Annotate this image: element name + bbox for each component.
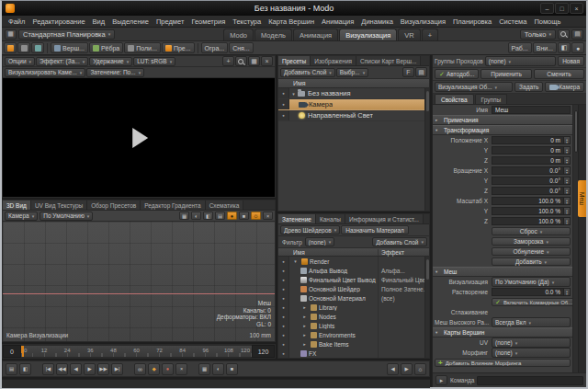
viewport-canvas[interactable]: Камера Визуализации Меш Каналы: 0 Деформ…: [3, 222, 275, 341]
spinner-icon[interactable]: [564, 166, 571, 175]
goto-end-button[interactable]: [111, 363, 123, 375]
tab-3d-view[interactable]: 3D Вид: [3, 200, 31, 210]
layer-effect[interactable]: [378, 257, 429, 266]
layer-name[interactable]: Основной Шейдер: [309, 286, 360, 292]
visibility-eye-icon[interactable]: [278, 339, 289, 349]
menu-layout[interactable]: Планировка: [449, 17, 495, 26]
tab-gradient-editor[interactable]: Редактор Градиента: [141, 200, 205, 210]
apply-button[interactable]: Применить: [481, 69, 531, 79]
layer-effect[interactable]: [378, 349, 429, 358]
visibility-eye-icon[interactable]: [278, 284, 289, 293]
visibility-eye-icon[interactable]: [278, 293, 289, 303]
tab-presets[interactable]: Пресеты: [278, 56, 311, 65]
spinner-icon[interactable]: [564, 177, 571, 185]
menu-help[interactable]: Помощь: [530, 17, 564, 26]
timeline-ruler[interactable]: 0 12 24 36 48 60 72 84 96 108 120: [21, 345, 252, 358]
timeline-scroll-right[interactable]: [401, 363, 413, 375]
vertex-maps-section[interactable]: Карты Вершин: [433, 327, 572, 338]
spinner-icon[interactable]: [564, 207, 571, 215]
tab-preset-browser[interactable]: Обзор Пресетов: [87, 200, 141, 210]
viewport-camera-dropdown[interactable]: Камера: [5, 212, 38, 221]
set-button[interactable]: Задать: [514, 82, 543, 92]
spinner-icon[interactable]: [564, 136, 571, 144]
layer-effect[interactable]: [378, 312, 429, 321]
visibility-eye-icon[interactable]: [278, 321, 289, 330]
rotation-z-field[interactable]: 0.0°: [492, 187, 564, 195]
command-input[interactable]: [477, 376, 583, 385]
shader-scrollbar[interactable]: [424, 257, 429, 358]
menu-view[interactable]: Вид: [89, 17, 109, 26]
loop-toggle[interactable]: [134, 363, 146, 375]
menu-geometry[interactable]: Геометрия: [187, 17, 229, 26]
name-field[interactable]: Меш: [492, 106, 571, 114]
preview-hold-dropdown[interactable]: Удержание: [89, 57, 132, 66]
assign-material-button[interactable]: Назначить Материал: [341, 225, 409, 235]
layer-name[interactable]: Финальный Цвет Вывод: [309, 277, 376, 283]
mesh-side-tab[interactable]: Меш: [578, 180, 586, 217]
dissolve-field[interactable]: 0.0 %: [492, 288, 564, 296]
expand-icon[interactable]: ▸: [300, 332, 309, 338]
edges-mode-button[interactable]: Рёбра: [89, 42, 123, 53]
name-column-header[interactable]: Имя: [278, 80, 306, 86]
preview-zoom-icon[interactable]: [235, 56, 247, 66]
tree-row-base-shader[interactable]: Основной Шейдер Полное Затене...: [278, 284, 429, 293]
tab-render[interactable]: Визуализация: [339, 29, 397, 40]
layer-effect[interactable]: (все): [378, 293, 429, 303]
item-name[interactable]: Направленный Свет: [308, 111, 373, 120]
symmetry-icon[interactable]: [558, 42, 571, 53]
visibility-dropdown[interactable]: По Умолчанию (Да): [492, 277, 571, 287]
scale-x-field[interactable]: 100.0 %: [492, 197, 564, 205]
autoadd-toggle[interactable]: Автодоб...: [435, 69, 479, 79]
layer-name[interactable]: FX: [309, 350, 316, 357]
play-reverse-button[interactable]: [70, 363, 82, 375]
freeze-button[interactable]: Заморозка: [492, 237, 571, 246]
layer-name[interactable]: Альфа Вывод: [309, 268, 347, 274]
item-mode-icon[interactable]: [4, 42, 17, 53]
new-pass-group-button[interactable]: Новая: [558, 56, 584, 66]
tab-schematic[interactable]: Схематика: [206, 200, 244, 210]
preview-shading-dropdown[interactable]: Затенение: По...: [86, 68, 144, 77]
collapse-icon[interactable]: ▾: [291, 258, 300, 264]
tree-row-render[interactable]: ▾Render: [278, 257, 429, 266]
preview-options-icon[interactable]: [248, 56, 260, 66]
scale-y-field[interactable]: 100.0 %: [492, 207, 564, 215]
maximize-icon[interactable]: [555, 3, 569, 14]
snap-button[interactable]: Сня...: [229, 42, 254, 53]
tree-row-lights[interactable]: ▸Lights: [278, 321, 429, 330]
workplane-button[interactable]: Раб...: [508, 42, 532, 53]
layer-effect[interactable]: [378, 321, 429, 330]
notes-section[interactable]: Примечания: [433, 115, 572, 125]
tab-model[interactable]: Модель: [254, 29, 292, 40]
viewport-close-icon[interactable]: [263, 212, 273, 220]
tab-vr[interactable]: VR: [398, 29, 420, 40]
timeline-view-icon[interactable]: [19, 363, 31, 375]
spinner-icon[interactable]: [564, 156, 571, 165]
add-morph-button[interactable]: Добавить Влияние Морфинга: [435, 359, 571, 367]
visibility-eye-icon[interactable]: [278, 110, 289, 120]
item-name[interactable]: Камера: [309, 100, 333, 109]
minimize-icon[interactable]: [540, 3, 554, 14]
layer-name[interactable]: Nodes: [319, 314, 336, 320]
morph-dropdown[interactable]: (none): [492, 348, 571, 358]
preview-canvas[interactable]: [3, 78, 275, 197]
list-item-camera[interactable]: Камера: [278, 99, 429, 110]
range-start-field[interactable]: 0: [3, 345, 21, 358]
pivot-icon[interactable]: [17, 42, 30, 53]
visibility-eye-icon[interactable]: [278, 312, 289, 321]
change-button[interactable]: Сменить: [534, 69, 584, 79]
spinner-icon[interactable]: [564, 146, 571, 154]
tab-info-stats[interactable]: Информация и Статист...: [345, 214, 424, 223]
tree-row-fx[interactable]: FX: [278, 349, 429, 358]
ghost-mode-icon[interactable]: [239, 212, 249, 220]
list-item-light[interactable]: Направленный Свет: [278, 110, 429, 121]
position-z-field[interactable]: 0 m: [492, 156, 564, 165]
visibility-eye-icon[interactable]: [278, 88, 289, 98]
tab-images[interactable]: Изображения: [311, 56, 356, 65]
layer-name[interactable]: Library: [319, 304, 337, 311]
visibility-eye-icon[interactable]: [278, 257, 289, 266]
search-icon[interactable]: [558, 29, 570, 40]
add-transform-button[interactable]: Добавить: [492, 257, 571, 266]
center-icon[interactable]: [31, 42, 44, 53]
layer-name[interactable]: Основной Материал: [309, 295, 366, 302]
layer-effect[interactable]: Альфа...: [378, 266, 429, 275]
